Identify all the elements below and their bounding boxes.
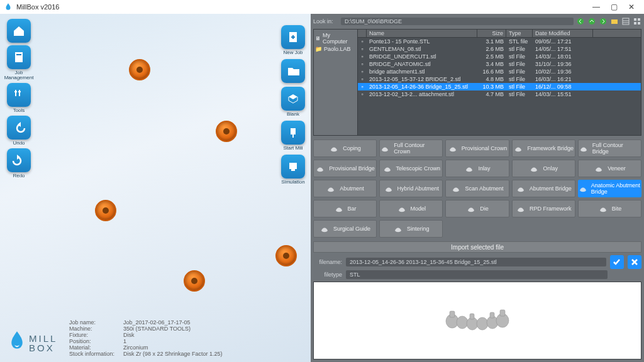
category-model[interactable]: Model	[379, 200, 443, 217]
tool-home[interactable]	[5, 19, 33, 43]
category-scan-abutment[interactable]: Scan Abutment	[445, 180, 509, 197]
category-bite[interactable]: Bite	[578, 200, 641, 217]
category-hybrid-abutment[interactable]: Hybrid Abutment	[379, 180, 443, 197]
category-anatomic-abutment-bridge[interactable]: Anatomic Abutment Bridge	[578, 180, 641, 197]
tool-start-mill[interactable]: Start Mill	[279, 121, 307, 151]
category-icon	[334, 204, 344, 214]
category-telescopic-crown[interactable]: Telescopic Crown	[379, 160, 443, 177]
category-label: Hybrid Abutment	[397, 185, 440, 192]
svg-rect-16	[634, 22, 636, 25]
file-row[interactable]: ▫bridge attachment1.stl16.6 MBstl File10…	[358, 68, 641, 75]
close-button[interactable]: ✕	[623, 0, 640, 14]
tool-job-management[interactable]: Job Management	[5, 45, 33, 80]
category-inlay[interactable]: Inlay	[445, 160, 509, 177]
nav-fwd-icon[interactable]	[599, 17, 608, 26]
tool-label: Blank	[287, 112, 299, 117]
col-header[interactable]: Size	[477, 30, 506, 37]
filetype-field[interactable]: STL	[346, 270, 608, 279]
svg-rect-6	[291, 169, 295, 171]
tool-new-job[interactable]: New Job	[279, 25, 307, 55]
folder-tree[interactable]: 🖥My Computer📁Paolo.LAB	[314, 30, 358, 135]
new-job-icon	[281, 25, 305, 49]
category-abutment[interactable]: Abutment	[313, 180, 377, 197]
category-icon	[451, 184, 461, 194]
jobinfo-key: Machine:	[69, 326, 119, 332]
jobinfo-val: Zirconium	[123, 344, 148, 351]
file-icon: ▫	[358, 45, 367, 53]
file-row[interactable]: ▫2013-12-02_13-2... attachment.stl4.7 MB…	[358, 90, 641, 98]
view-list-icon[interactable]	[621, 17, 630, 26]
category-icon	[329, 143, 339, 153]
viewport-3d[interactable]: Job ManagementToolsUndoRedo New JobBlank…	[0, 14, 311, 362]
tool-undo[interactable]: Undo	[5, 116, 33, 146]
file-icon: ▫	[358, 38, 367, 45]
tool-simulation[interactable]: Simulation	[279, 155, 307, 185]
category-bar[interactable]: Bar	[313, 200, 377, 217]
category-sintering[interactable]: Sintering	[379, 220, 443, 238]
col-header[interactable]: Type	[506, 30, 533, 37]
nav-back-icon[interactable]	[576, 17, 585, 26]
col-header[interactable]: Date Modified	[533, 30, 593, 37]
file-list: NameSizeTypeDate Modified ▫Ponte13 - 15 …	[358, 30, 641, 135]
svg-point-7	[577, 18, 584, 25]
tree-node[interactable]: 🖥My Computer	[315, 32, 356, 45]
category-framework-bridge[interactable]: Framework Bridge	[512, 140, 575, 157]
blank-icon	[281, 87, 305, 111]
svg-point-19	[457, 316, 468, 329]
category-rpd-framework[interactable]: RPD Framework	[512, 200, 575, 217]
svg-rect-25	[470, 314, 474, 319]
file-row[interactable]: ▫2013-12-05_15-37-12 BRIDGE_2.stl4.8 MBs…	[358, 75, 641, 83]
category-abutment-bridge[interactable]: Abutment Bridge	[512, 180, 575, 197]
file-row[interactable]: ▫Ponte13 - 15 Ponte.STL3.1 MBSTL file09/…	[358, 38, 641, 45]
svg-rect-0	[17, 31, 21, 36]
jobinfo-val: Disk	[123, 332, 135, 338]
filename-field[interactable]: 2013-12-05_14-26-36 2013-12_15-36-45 Bri…	[346, 258, 606, 266]
category-die[interactable]: Die	[445, 200, 509, 217]
col-header[interactable]: Name	[367, 30, 477, 37]
new-folder-icon[interactable]	[610, 17, 619, 26]
tool-blank[interactable]: Blank	[279, 87, 307, 117]
jobinfo-key: Position:	[69, 338, 119, 344]
tool-redo[interactable]: Redo	[5, 148, 33, 178]
category-onlay[interactable]: Onlay	[512, 160, 575, 177]
view-detail-icon[interactable]	[633, 17, 641, 26]
titlebar: MillBox v2016 — ▢ ✕	[0, 0, 644, 14]
minimize-button[interactable]: —	[587, 0, 605, 14]
filetype-label: filetype	[313, 272, 342, 278]
tools-icon	[7, 83, 31, 107]
category-coping[interactable]: Coping	[313, 140, 377, 157]
tree-node[interactable]: 📁Paolo.LAB	[315, 46, 356, 52]
file-row[interactable]: ▫BRIDGE_UNDERCUT1.stl2.5 MBstl File14/03…	[358, 53, 641, 60]
category-surgical-guide[interactable]: Surgical Guide	[313, 220, 377, 238]
category-full-contour-crown[interactable]: Full Contour Crown	[379, 140, 443, 157]
cancel-button[interactable]	[628, 255, 641, 269]
category-label: Scan Abutment	[465, 185, 503, 192]
file-row[interactable]: ▫GENTLEMAN_08.stl2.6 MBstl File14/05/...…	[358, 45, 641, 53]
category-veneer[interactable]: Veneer	[578, 160, 641, 177]
category-full-contour-bridge[interactable]: Full Contour Bridge	[578, 140, 641, 157]
category-icon	[326, 184, 336, 194]
jobinfo-val: Disk Zr (98 x 22 Shrinkage Factor 1.25)	[123, 351, 223, 357]
maximize-button[interactable]: ▢	[605, 0, 623, 14]
category-provisional-bridge[interactable]: Provisional Bridge	[313, 160, 377, 177]
svg-rect-4	[291, 128, 296, 134]
path-field[interactable]: D:\SUM_0\06\BRIDGE	[341, 18, 574, 25]
tool-label: Simulation	[281, 180, 304, 185]
category-icon	[516, 184, 526, 194]
tool-open[interactable]	[279, 59, 307, 83]
file-row[interactable]: ▫2013-12-05_14-26-36 Bridge_15_25.stl10.…	[358, 83, 641, 90]
category-label: RPD Framework	[530, 206, 572, 212]
category-provisional-crown[interactable]: Provisional Crown	[445, 140, 509, 157]
confirm-button[interactable]	[610, 255, 624, 269]
nav-up-icon[interactable]	[587, 17, 596, 26]
category-icon	[513, 143, 523, 153]
file-list-header: NameSizeTypeDate Modified	[358, 30, 641, 38]
open-icon	[281, 59, 305, 83]
undo-icon	[7, 116, 31, 140]
file-row[interactable]: ▫BRIDGE_ANATOMIC.stl3.4 MBstl File31/10/…	[358, 60, 641, 68]
app-icon	[4, 3, 13, 11]
category-icon	[516, 204, 526, 214]
tool-tools[interactable]: Tools	[5, 83, 33, 113]
category-label: Abutment Bridge	[530, 185, 572, 192]
import-button[interactable]: Import selected file	[313, 241, 641, 253]
